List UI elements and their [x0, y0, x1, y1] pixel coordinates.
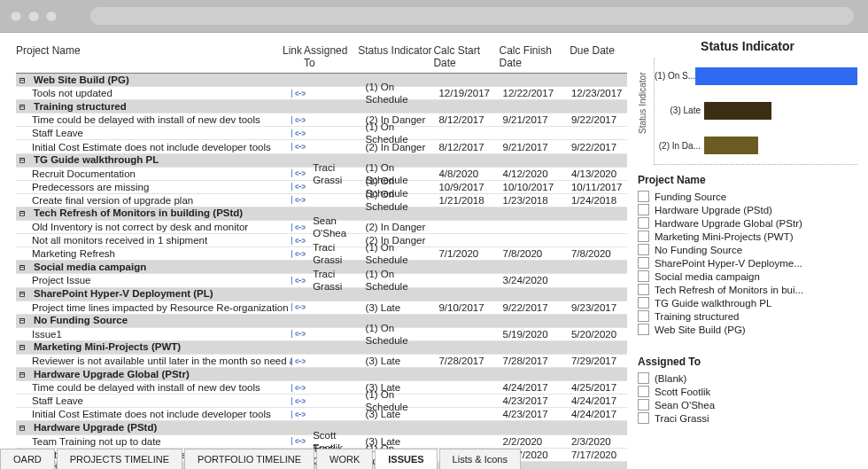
group-row[interactable]: ⊟Training structured	[16, 100, 627, 113]
col-status[interactable]: Status Indicator	[358, 44, 433, 69]
address-bar[interactable]	[90, 7, 854, 25]
checkbox-icon[interactable]	[638, 372, 649, 384]
chart-bar[interactable]: (1) On S...	[655, 59, 857, 93]
link-icon[interactable]	[291, 169, 313, 177]
filter-item[interactable]: Scott Footlik	[638, 385, 857, 398]
collapse-icon[interactable]: ⊟	[19, 288, 30, 301]
filter-item[interactable]: Marketing Mini-Projects (PWT)	[638, 230, 857, 243]
group-row[interactable]: ⊟Hardware Upgrade Global (PStr)	[16, 368, 627, 381]
status-chart[interactable]: Status Indicator (1) On S...(3) Late(2) …	[638, 59, 857, 165]
col-project-name[interactable]: Project Name	[16, 44, 283, 69]
group-row[interactable]: ⊟Marketing Mini-Projects (PWT)	[16, 341, 627, 355]
link-icon[interactable]	[291, 183, 313, 191]
table-row[interactable]: Project IssueTraci Grassi(1) On Schedule…	[16, 274, 627, 287]
link-icon[interactable]	[291, 116, 313, 124]
filter-item[interactable]: Tech Refresh of Monitors in bui...	[638, 283, 857, 296]
collapse-icon[interactable]: ⊟	[19, 341, 30, 354]
link-icon[interactable]	[291, 384, 313, 392]
group-row[interactable]: ⊟Web Site Build (PG)	[16, 74, 627, 87]
checkbox-icon[interactable]	[638, 217, 649, 229]
table-row[interactable]: Time could be delayed with install of ne…	[16, 113, 627, 127]
table-row[interactable]: Initial Cost Estimate does not include d…	[16, 408, 627, 421]
col-assigned[interactable]: Assigned To	[304, 44, 358, 69]
link-icon[interactable]	[291, 223, 313, 231]
tab-issues[interactable]: ISSUES	[375, 449, 437, 469]
link-icon[interactable]	[291, 196, 313, 204]
link-icon[interactable]	[291, 143, 313, 151]
filter-item[interactable]: SharePoint Hyper-V Deployme...	[638, 256, 857, 270]
checkbox-icon[interactable]	[638, 399, 649, 410]
checkbox-icon[interactable]	[638, 191, 649, 202]
table-row[interactable]: Initial Cost Estimate does not include d…	[16, 140, 627, 153]
collapse-icon[interactable]: ⊟	[19, 207, 30, 220]
table-row[interactable]: Old Inventory is not correct by desk and…	[16, 221, 627, 234]
checkbox-icon[interactable]	[638, 297, 649, 309]
link-icon[interactable]	[291, 397, 313, 405]
collapse-icon[interactable]: ⊟	[19, 315, 30, 327]
col-finish[interactable]: Calc Finish Date	[500, 44, 570, 69]
tab-work[interactable]: WORK	[316, 449, 373, 469]
collapse-icon[interactable]: ⊟	[19, 369, 30, 381]
table-row[interactable]: Marketing RefreshTraci Grassi(1) On Sche…	[16, 247, 627, 261]
table-row[interactable]: Create final version of upgrade plan(1) …	[16, 194, 627, 207]
chart-bar[interactable]: (3) Late	[655, 93, 857, 128]
tab-portfolio-timeline[interactable]: PORTFOLIO TIMELINE	[184, 449, 314, 469]
collapse-icon[interactable]: ⊟	[19, 74, 30, 87]
tab-oard[interactable]: OARD	[0, 449, 55, 469]
link-icon[interactable]	[291, 277, 313, 285]
tab-projects-timeline[interactable]: PROJECTS TIMELINE	[57, 449, 182, 469]
filter-item[interactable]: Training structured	[638, 309, 857, 323]
tab-lists-icons[interactable]: Lists & Icons	[439, 449, 521, 469]
filter-item[interactable]: (Blank)	[638, 371, 857, 385]
filter-item[interactable]: Web Site Build (PG)	[638, 323, 857, 336]
window-titlebar	[0, 0, 868, 33]
link-icon[interactable]	[291, 357, 313, 365]
filter-item[interactable]: TG Guide walkthrough PL	[638, 296, 857, 309]
table-row[interactable]: Time could be delayed with install of ne…	[16, 381, 627, 395]
collapse-icon[interactable]: ⊟	[19, 154, 30, 167]
checkbox-icon[interactable]	[638, 204, 649, 215]
col-link[interactable]: Link	[283, 44, 304, 69]
link-icon[interactable]	[291, 410, 313, 418]
checkbox-icon[interactable]	[638, 270, 649, 282]
filter-item[interactable]: Sean O'Shea	[638, 398, 857, 411]
cell-name: ⊟Marketing Mini-Projects (PWT)	[16, 340, 283, 354]
filter-item[interactable]: Traci Grassi	[638, 411, 857, 425]
checkbox-icon[interactable]	[638, 257, 649, 269]
link-icon[interactable]	[291, 303, 313, 311]
checkbox-icon[interactable]	[638, 412, 649, 424]
filter-item[interactable]: Hardware Upgrade Global (PStr)	[638, 216, 857, 230]
table-row[interactable]: Recruit DocumentationTraci Grassi(1) On …	[16, 168, 627, 181]
group-row[interactable]: ⊟No Funding Source	[16, 315, 627, 328]
table-row[interactable]: Issue1(1) On Schedule5/19/20205/20/2020	[16, 328, 627, 341]
collapse-icon[interactable]: ⊟	[19, 101, 30, 113]
link-icon[interactable]	[291, 90, 313, 98]
filter-item[interactable]: No Funding Source	[638, 243, 857, 256]
checkbox-icon[interactable]	[638, 231, 649, 242]
link-icon[interactable]	[291, 237, 313, 245]
filter-item[interactable]: Hardware Upgrade (PStd)	[638, 203, 857, 216]
chart-bar[interactable]: (2) In Da...	[655, 129, 857, 163]
cell-finish: 9/22/2017	[502, 301, 570, 314]
link-icon[interactable]	[291, 437, 313, 445]
chart-bar-label: (3) Late	[655, 106, 704, 115]
table-row[interactable]: Reviewer is not available until later in…	[16, 355, 627, 368]
table-row[interactable]: Staff Leave(1) On Schedule	[16, 127, 627, 140]
collapse-icon[interactable]: ⊟	[19, 262, 30, 274]
filter-item[interactable]: Funding Source	[638, 190, 857, 203]
filter-item[interactable]: Social media campaign	[638, 270, 857, 283]
checkbox-icon[interactable]	[638, 244, 649, 255]
col-start[interactable]: Calc Start Date	[433, 44, 499, 69]
link-icon[interactable]	[291, 250, 313, 258]
link-icon[interactable]	[291, 129, 313, 137]
checkbox-icon[interactable]	[638, 284, 649, 295]
checkbox-icon[interactable]	[638, 310, 649, 322]
table-row[interactable]: Project time lines impacted by Resource …	[16, 301, 627, 315]
link-icon[interactable]	[291, 330, 313, 338]
table-row[interactable]: Staff Leave(1) On Schedule4/23/20174/24/…	[16, 395, 627, 408]
table-row[interactable]: Tools not updated(1) On Schedule12/19/20…	[16, 87, 627, 100]
checkbox-icon[interactable]	[638, 324, 649, 335]
collapse-icon[interactable]: ⊟	[19, 422, 30, 434]
col-due[interactable]: Due Date	[570, 44, 627, 69]
checkbox-icon[interactable]	[638, 386, 649, 397]
